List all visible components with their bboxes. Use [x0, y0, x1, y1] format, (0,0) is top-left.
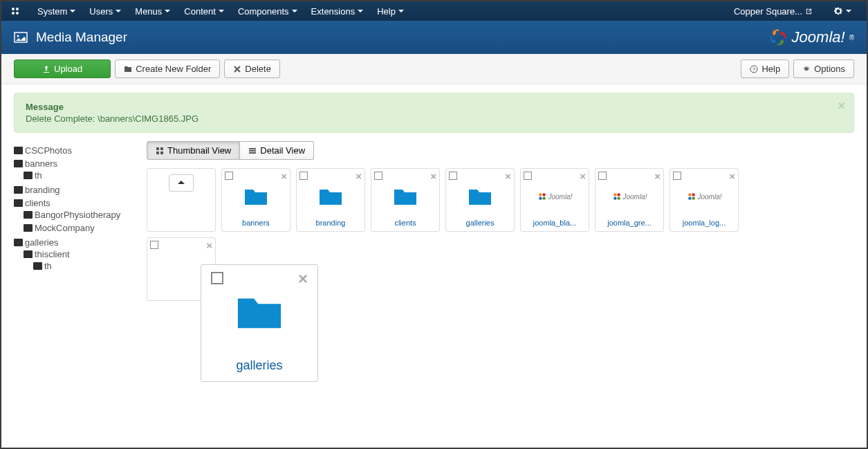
delete-button[interactable]: Delete — [224, 59, 280, 78]
tree-node[interactable]: th — [24, 169, 138, 182]
menu-system[interactable]: System — [30, 3, 82, 20]
checkbox[interactable] — [598, 172, 607, 180]
top-menubar: System Users Menus Content Components Ex… — [1, 1, 867, 21]
delete-icon[interactable]: × — [580, 170, 586, 182]
tree-node[interactable]: CSCPhotos — [14, 144, 138, 157]
settings-menu[interactable] — [827, 3, 858, 19]
delete-icon[interactable]: × — [355, 170, 362, 182]
tree-node[interactable]: bannersth — [14, 157, 138, 183]
image-cell[interactable]: ×Joomla!joomla_bla... — [520, 168, 589, 232]
folder-icon — [14, 186, 23, 194]
delete-icon[interactable]: × — [729, 170, 735, 182]
cell-thumb: Joomla! — [690, 185, 718, 208]
up-directory-cell[interactable] — [147, 168, 216, 232]
svg-point-23 — [617, 196, 620, 199]
cell-label[interactable]: joomla_gre... — [600, 219, 659, 227]
up-button[interactable] — [169, 174, 194, 192]
body-split: CSCPhotosbannersthbrandingclientsBangorP… — [14, 141, 854, 301]
tree-node[interactable]: clientsBangorPhysiotherapyMockCompany — [14, 196, 138, 236]
page-title: Media Manager — [36, 30, 127, 45]
tree-node[interactable]: branding — [14, 183, 138, 196]
create-folder-button[interactable]: Create New Folder — [115, 59, 220, 78]
menu-menus[interactable]: Menus — [128, 3, 177, 20]
folder-cell[interactable]: ×clients — [371, 168, 440, 232]
checkbox[interactable] — [374, 172, 382, 180]
folder-cell[interactable]: ×branding — [296, 168, 365, 232]
svg-point-17 — [542, 193, 545, 196]
delete-icon[interactable]: × — [505, 170, 511, 182]
content-area: Message Delete Complete: \banners\CIMG18… — [1, 84, 867, 309]
svg-point-22 — [613, 196, 616, 199]
cell-thumb — [317, 185, 344, 208]
image-cell[interactable]: ×Joomla!joomla_gre... — [595, 168, 664, 232]
tree-node[interactable]: th — [33, 259, 138, 273]
caret-down-icon — [398, 10, 404, 12]
menu-extensions[interactable]: Extensions — [304, 3, 371, 20]
site-link[interactable]: Copper Square... — [727, 3, 820, 20]
delete-icon[interactable]: × — [206, 239, 212, 251]
cell-label[interactable]: galleries — [450, 219, 510, 227]
tree-label: th — [35, 170, 42, 181]
cell-label[interactable]: banners — [226, 219, 286, 227]
svg-point-24 — [688, 193, 691, 196]
folder-icon — [14, 147, 23, 154]
detail-view-button[interactable]: Detail View — [240, 141, 314, 160]
folder-icon — [14, 160, 23, 167]
joomla-logo-thumb: Joomla! — [537, 192, 573, 201]
caret-down-icon — [358, 10, 363, 12]
cell-label[interactable]: joomla_bla... — [525, 219, 584, 227]
joomla-logo-thumb: Joomla! — [612, 192, 647, 201]
delete-icon[interactable]: × — [654, 170, 661, 182]
options-button[interactable]: Options — [793, 59, 854, 78]
tree-node[interactable]: BangorPhysiotherapy — [24, 208, 138, 221]
tree-node[interactable]: MockCompany — [24, 221, 138, 235]
joomla-logo-thumb: Joomla! — [687, 192, 722, 201]
thumbnail-view-button[interactable]: Thumbnail View — [147, 141, 240, 160]
svg-point-1 — [16, 8, 19, 10]
caret-down-icon — [846, 10, 851, 12]
svg-rect-10 — [160, 147, 163, 150]
checkbox[interactable] — [449, 172, 457, 180]
image-cell[interactable]: ×Joomla!joomla_log... — [670, 168, 739, 232]
cell-label[interactable]: branding — [301, 219, 360, 227]
svg-rect-12 — [160, 152, 163, 154]
delete-icon[interactable]: × — [430, 170, 436, 182]
folder-tree: CSCPhotosbannersthbrandingclientsBangorP… — [14, 141, 138, 275]
tree-node[interactable]: galleriesthisclientth — [14, 236, 138, 275]
menubar-left: System Users Menus Content Components Ex… — [10, 3, 411, 20]
checkbox[interactable] — [299, 172, 308, 180]
svg-point-2 — [12, 12, 15, 15]
folder-cell[interactable]: ×banners — [221, 168, 290, 232]
checkbox[interactable] — [524, 172, 532, 180]
tree-label: CSCPhotos — [25, 145, 72, 156]
tree-label: MockCompany — [35, 223, 95, 233]
cell-thumb — [466, 185, 494, 208]
caret-down-icon — [165, 10, 170, 12]
svg-point-26 — [688, 196, 691, 199]
upload-button[interactable]: Upload — [14, 59, 111, 78]
delete-icon[interactable]: × — [281, 170, 287, 182]
tree-node[interactable]: thisclientth — [24, 248, 138, 274]
folder-icon — [24, 250, 33, 258]
cell-label[interactable]: joomla_log... — [674, 219, 734, 227]
menu-users[interactable]: Users — [82, 3, 128, 20]
svg-rect-15 — [249, 152, 256, 154]
checkbox[interactable] — [673, 172, 681, 180]
checkbox[interactable] — [150, 241, 158, 249]
menu-content[interactable]: Content — [177, 3, 231, 20]
help-button[interactable]: ? Help — [741, 59, 789, 78]
svg-point-16 — [539, 193, 542, 196]
svg-point-18 — [539, 196, 542, 199]
svg-point-0 — [12, 8, 15, 10]
folder-icon — [24, 172, 33, 179]
cell-label[interactable]: clients — [376, 219, 435, 227]
tree-label: th — [44, 261, 52, 271]
svg-point-3 — [16, 12, 19, 15]
menu-components[interactable]: Components — [231, 3, 304, 20]
cell-thumb — [391, 185, 419, 208]
alert-close-button[interactable]: × — [838, 99, 845, 113]
folder-cell[interactable]: ×galleries — [445, 168, 515, 232]
menu-help[interactable]: Help — [370, 3, 411, 20]
checkbox[interactable] — [225, 172, 233, 180]
tree-label: branding — [25, 185, 60, 195]
